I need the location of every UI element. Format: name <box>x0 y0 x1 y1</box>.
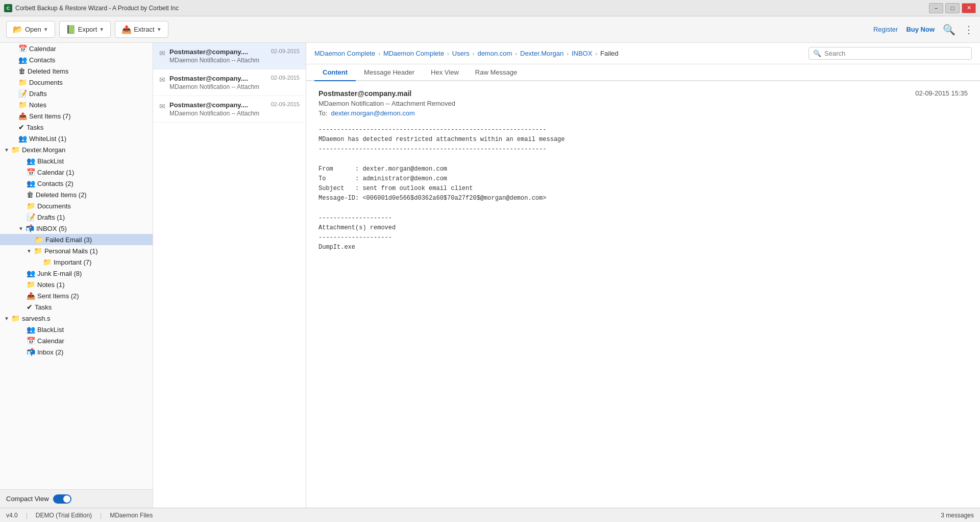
sidebar-item-label: Dexter.Morgan <box>22 146 65 154</box>
status-sep2: | <box>100 512 102 519</box>
sidebar-item[interactable]: 📤Sent Items (7) <box>0 110 153 122</box>
sidebar-item[interactable]: 📅Calendar <box>0 43 153 54</box>
sidebar-item[interactable]: 👥Contacts (2) <box>0 178 153 189</box>
sidebar-item[interactable]: 👥BlackList <box>0 324 153 335</box>
folder-icon: 📝 <box>18 89 27 98</box>
extract-button[interactable]: 📤 Extract ▼ <box>115 21 168 38</box>
breadcrumb-item[interactable]: MDaemon Complete <box>383 50 444 57</box>
sidebar-item-label: Important (7) <box>54 258 91 266</box>
folder-icon: 📅 <box>27 337 35 345</box>
sidebar-item-label: Notes <box>29 101 46 109</box>
sidebar-item[interactable]: 📅Calendar (1) <box>0 167 153 178</box>
email-from: Postmaster@company.... <box>169 101 267 109</box>
folder-icon: 📁 <box>35 235 43 244</box>
app-logo: C <box>4 4 12 12</box>
sidebar-item-label: Contacts <box>29 56 55 64</box>
folder-icon: 📤 <box>18 112 27 120</box>
status-bar: v4.0 | DEMO (Trial Edition) | MDaemon Fi… <box>0 508 980 522</box>
open-arrow-icon: ▼ <box>43 27 48 32</box>
sidebar-item[interactable]: 📁Important (7) <box>0 256 153 268</box>
toolbar-right: Register Buy Now 🔍 ⋮ <box>873 23 974 36</box>
sidebar-item[interactable]: ✔Tasks <box>0 122 153 133</box>
maximize-button[interactable]: □ <box>945 3 960 13</box>
sidebar-item[interactable]: 👥WhiteList (1) <box>0 133 153 144</box>
sidebar-item[interactable]: 👥Contacts <box>0 54 153 65</box>
tab-message-header[interactable]: Message Header <box>356 64 423 81</box>
sidebar-item-label: Deleted Items <box>28 67 68 75</box>
sidebar-item-label: Drafts (1) <box>37 213 65 221</box>
search-input[interactable] <box>824 50 967 57</box>
sidebar-item[interactable]: ▼📬INBOX (5) <box>0 223 153 234</box>
sidebar-item[interactable]: 📁Documents <box>0 77 153 88</box>
export-button[interactable]: 📗 Export ▼ <box>59 21 111 38</box>
open-button[interactable]: 📂 Open ▼ <box>6 21 55 38</box>
sidebar-item-label: Calendar (1) <box>37 169 74 176</box>
expand-arrow-icon: ▼ <box>18 226 23 231</box>
email-list-item[interactable]: ✉ Postmaster@company.... MDaemon Notific… <box>153 69 306 96</box>
sidebar-item-label: Tasks <box>35 303 52 311</box>
compact-view-toggle[interactable] <box>53 494 71 504</box>
folder-icon: 📁 <box>27 280 35 289</box>
sidebar-item[interactable]: ▼📁Dexter.Morgan <box>0 144 153 155</box>
toolbar: 📂 Open ▼ 📗 Export ▼ 📤 Extract ▼ Register… <box>0 16 980 43</box>
email-list-item[interactable]: ✉ Postmaster@company.... MDaemon Notific… <box>153 96 306 123</box>
title-bar-text: Corbett Backup & Restore Wizard - A Prod… <box>15 5 179 12</box>
title-bar: C Corbett Backup & Restore Wizard - A Pr… <box>0 0 980 16</box>
folder-icon: ✔ <box>27 303 33 311</box>
email-date: 02-09-2015 <box>271 101 300 107</box>
sidebar-item[interactable]: 📬Inbox (2) <box>0 346 153 358</box>
compact-view-label: Compact View <box>6 495 49 503</box>
tab-content[interactable]: Content <box>314 64 356 81</box>
close-button[interactable]: ✕ <box>962 3 976 13</box>
message-header-row: Postmaster@company.mail 02-09-2015 15:35 <box>318 89 968 98</box>
sidebar-item-label: Deleted Items (2) <box>36 191 87 199</box>
breadcrumb-separator-icon: › <box>473 51 475 57</box>
email-list-item[interactable]: ✉ Postmaster@company.... MDaemon Notific… <box>153 43 306 69</box>
sidebar-item[interactable]: ▼📁Personal Mails (1) <box>0 245 153 256</box>
export-label: Export <box>78 26 97 33</box>
folder-icon: 🗑 <box>18 67 26 75</box>
sidebar-bottom: Compact View <box>0 489 153 508</box>
sidebar-item[interactable]: ▼📁sarvesh.s <box>0 313 153 324</box>
breadcrumb-item[interactable]: demon.com <box>477 50 512 57</box>
sidebar-item-label: Tasks <box>27 124 43 131</box>
message-to-address: dexter.morgan@demon.com <box>331 109 415 117</box>
extract-label: Extract <box>134 26 154 33</box>
breadcrumb-search[interactable]: 🔍 <box>808 47 972 60</box>
sidebar-item[interactable]: 🗑Deleted Items (2) <box>0 189 153 200</box>
breadcrumb-separator-icon: › <box>595 51 597 57</box>
sidebar-item[interactable]: 📤Sent Items (2) <box>0 290 153 301</box>
sidebar-item[interactable]: ✔Tasks <box>0 301 153 313</box>
sidebar-item-label: Junk E-mail (8) <box>37 270 82 277</box>
sidebar-item[interactable]: 📁Notes <box>0 99 153 110</box>
breadcrumb-item[interactable]: INBOX <box>572 50 592 57</box>
sidebar-item[interactable]: 📁Notes (1) <box>0 279 153 290</box>
sidebar-item-label: Sent Items (7) <box>29 112 71 120</box>
buy-now-link[interactable]: Buy Now <box>906 26 935 33</box>
folder-icon: ✔ <box>18 123 24 131</box>
sidebar-item[interactable]: 👥BlackList <box>0 155 153 167</box>
title-bar-controls[interactable]: − □ ✕ <box>929 3 976 13</box>
search-icon: 🔍 <box>813 50 821 57</box>
sidebar-item[interactable]: 🗑Deleted Items <box>0 65 153 77</box>
sidebar-item-label: INBOX (5) <box>36 225 67 232</box>
minimize-button[interactable]: − <box>929 3 943 13</box>
tab-hex-view[interactable]: Hex View <box>423 64 467 81</box>
search-icon[interactable]: 🔍 <box>943 23 955 36</box>
email-list: ✉ Postmaster@company.... MDaemon Notific… <box>153 43 306 508</box>
sidebar-item[interactable]: 👥Junk E-mail (8) <box>0 268 153 279</box>
sidebar-item[interactable]: 📅Calendar <box>0 335 153 346</box>
sidebar-item[interactable]: 📝Drafts <box>0 88 153 99</box>
register-link[interactable]: Register <box>873 26 898 33</box>
sidebar-item[interactable]: 📁Documents <box>0 200 153 211</box>
sidebar-item[interactable]: 📁Failed Email (3) <box>0 234 153 245</box>
tab-raw-message[interactable]: Raw Message <box>467 64 525 81</box>
folder-icon: 📁 <box>18 101 27 109</box>
sidebar-item-label: Documents <box>37 202 71 210</box>
menu-icon[interactable]: ⋮ <box>964 23 974 36</box>
folder-icon: 📁 <box>34 247 42 255</box>
breadcrumb-item[interactable]: Users <box>452 50 470 57</box>
breadcrumb-item[interactable]: Dexter.Morgan <box>520 50 564 57</box>
breadcrumb-item[interactable]: MDaemon Complete <box>314 50 375 57</box>
sidebar-item[interactable]: 📝Drafts (1) <box>0 211 153 223</box>
